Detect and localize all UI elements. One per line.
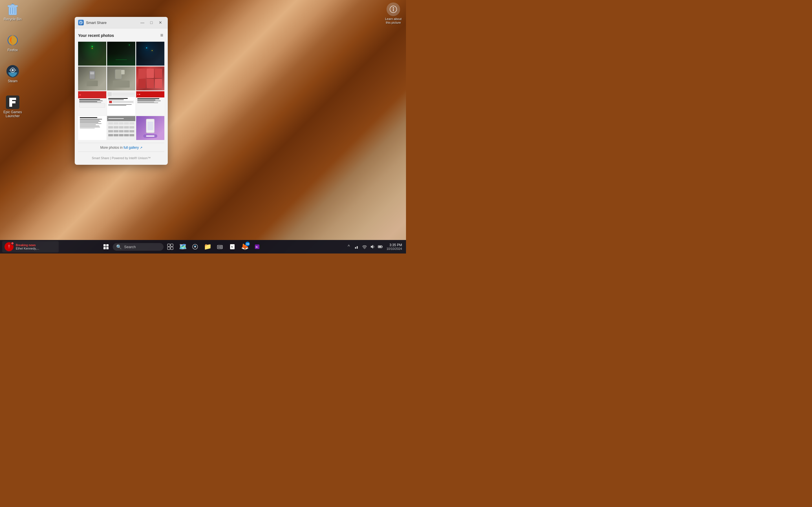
notion-button[interactable]: N (227, 241, 238, 252)
svg-rect-21 (170, 244, 173, 246)
smart-share-dialog: Smart Share — □ ✕ Your recent photos ≡ (75, 17, 168, 165)
firefox-badge: 34 (245, 242, 250, 246)
dialog-section-header: Your recent photos ≡ (78, 32, 164, 39)
search-placeholder: Search (124, 245, 160, 249)
svg-point-37 (364, 248, 365, 249)
svg-text:N: N (256, 245, 258, 248)
steam-label: Steam (8, 79, 18, 83)
recycle-bin-icon (6, 3, 19, 16)
dialog-title-text: Smart Share (86, 20, 107, 25)
news-icon: ! (4, 242, 13, 251)
photo-grid (78, 42, 164, 140)
learn-picture-icon (387, 3, 400, 16)
smart-share-app-icon (78, 20, 84, 25)
photo-item[interactable] (107, 91, 135, 115)
svg-rect-29 (220, 246, 221, 248)
dialog-footer-text: Smart Share | Powered by Intel® Unison™ (92, 156, 151, 160)
copilot-icon (192, 244, 198, 250)
photo-item[interactable] (107, 66, 135, 91)
dialog-content: Your recent photos ≡ (75, 29, 168, 165)
start-button[interactable] (100, 241, 112, 252)
news-headline-text: Ethel Kennedy,... (16, 247, 39, 250)
svg-text:N: N (231, 245, 233, 248)
svg-rect-22 (167, 247, 170, 249)
firefox-desktop-label: Firefox (8, 48, 18, 52)
dialog-menu-button[interactable]: ≡ (159, 32, 164, 39)
dialog-minimize-button[interactable]: — (139, 19, 146, 26)
task-view-button[interactable] (165, 241, 176, 252)
svg-point-10 (11, 69, 14, 71)
notion-icon: N (229, 244, 236, 250)
wifi-icon (362, 244, 367, 249)
firefox-taskbar-button[interactable]: 🦊 34 (239, 241, 250, 252)
steam-app-icon (6, 64, 19, 78)
clock-time: 3:35 PM (389, 243, 402, 247)
desktop-icon-steam[interactable]: Steam (1, 63, 24, 84)
task-view-icon (167, 244, 173, 250)
news-text-section: Breaking news Ethel Kennedy,... (16, 244, 39, 250)
news-badge (11, 242, 14, 245)
copilot-button[interactable] (190, 241, 201, 252)
svg-marker-38 (371, 245, 373, 249)
epic-games-icon (6, 96, 19, 109)
svg-rect-41 (378, 246, 381, 247)
tray-wifi-icon[interactable] (361, 243, 368, 250)
svg-rect-40 (382, 246, 383, 247)
svg-rect-2 (11, 4, 14, 6)
system-tray: ^ (345, 242, 404, 251)
svg-rect-23 (170, 247, 173, 249)
external-link-icon: ↗ (140, 146, 142, 149)
learn-about-picture-button[interactable]: Learn about this picture (382, 1, 405, 25)
taskbar-search-bar[interactable]: 🔍 Search (113, 243, 163, 251)
onenote-button[interactable]: N (252, 241, 263, 252)
network-icon (354, 244, 359, 249)
file-explorer-button[interactable]: 📁 (202, 241, 213, 252)
gallery-more-text: More photos in full gallery ↗ (100, 146, 142, 150)
volume-icon (370, 244, 375, 249)
intel-unison-button[interactable] (214, 241, 225, 252)
desktop-icon-epic-games[interactable]: Epic Games Launcher (1, 94, 24, 119)
taskbar-icons: 🔍 Search 🗺️ 📁 (100, 241, 263, 252)
dialog-close-button[interactable]: ✕ (156, 19, 164, 26)
clock-date: 10/10/2024 (387, 247, 402, 250)
photo-item[interactable] (136, 91, 164, 115)
chevron-up-icon: ^ (348, 244, 350, 249)
photo-item[interactable] (78, 42, 106, 66)
dialog-title-section: Smart Share (78, 20, 107, 25)
breaking-news-label: Breaking news (16, 244, 39, 247)
breaking-news-widget[interactable]: ! Breaking news Ethel Kennedy,... (2, 241, 59, 252)
dialog-footer: Smart Share | Powered by Intel® Unison™ (78, 154, 164, 161)
file-explorer-icon: 📁 (204, 243, 211, 250)
photo-item[interactable] (78, 116, 106, 140)
taskbar: ! Breaking news Ethel Kennedy,... 🔍 Sear… (0, 240, 406, 253)
maps-button[interactable]: 🗺️ (177, 241, 188, 252)
recent-photos-title: Your recent photos (78, 33, 114, 38)
photo-item[interactable] (136, 42, 164, 66)
tray-volume-icon[interactable] (369, 243, 376, 250)
battery-icon (378, 244, 383, 249)
desktop-icon-recycle-bin[interactable]: Recycle Bin (1, 1, 24, 22)
photo-item[interactable] (136, 116, 164, 140)
svg-rect-34 (355, 247, 356, 249)
tray-expand-button[interactable]: ^ (345, 243, 352, 250)
full-gallery-link[interactable]: full gallery ↗ (123, 146, 142, 150)
photo-item[interactable] (78, 66, 106, 91)
photo-item[interactable] (107, 42, 135, 66)
photo-item[interactable] (107, 116, 135, 140)
photo-item[interactable] (78, 91, 106, 115)
search-icon: 🔍 (116, 244, 122, 249)
dialog-maximize-button[interactable]: □ (147, 19, 155, 26)
desktop-icon-firefox[interactable]: Firefox (1, 33, 24, 53)
tray-battery-icon[interactable] (377, 243, 384, 250)
system-clock[interactable]: 3:35 PM 10/10/2024 (385, 242, 404, 251)
svg-rect-20 (167, 244, 170, 246)
svg-point-25 (194, 246, 196, 247)
tray-network-icon[interactable] (353, 243, 360, 250)
photo-item[interactable] (136, 66, 164, 91)
epic-games-label: Epic Games Launcher (3, 110, 23, 118)
gallery-link-section: More photos in full gallery ↗ (78, 143, 164, 152)
firefox-icon (6, 34, 19, 47)
svg-point-15 (393, 7, 394, 8)
desktop-background (0, 0, 406, 253)
svg-rect-35 (357, 246, 358, 249)
